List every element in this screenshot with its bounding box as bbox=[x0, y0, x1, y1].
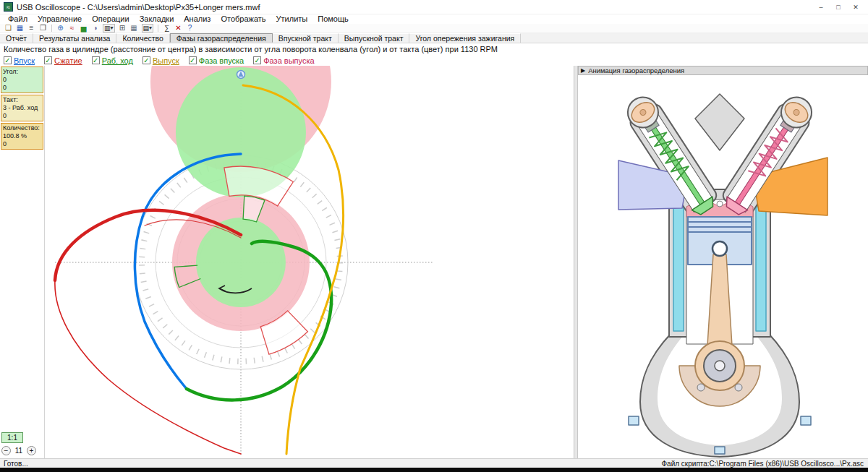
bottom-edge bbox=[0, 468, 868, 472]
chevron-down-icon: ▾ bbox=[149, 25, 152, 32]
toolbar-separator bbox=[51, 25, 52, 32]
tab-valve-timing[interactable]: Фазы газораспределения bbox=[170, 33, 273, 43]
tab-analysis-results[interactable]: Результаты анализа bbox=[33, 33, 116, 43]
checkbox-label-exhaust-phase: Фаза выпуска bbox=[263, 56, 314, 65]
coolant-jacket-left bbox=[673, 207, 684, 331]
menu-control[interactable]: Управление bbox=[33, 14, 87, 24]
phase-icon[interactable]: ◑ bbox=[90, 24, 101, 33]
checkbox-icon[interactable]: ✓ bbox=[4, 56, 12, 64]
chart-description: Количество газа в цилиндре (расстояние о… bbox=[0, 43, 868, 55]
checkbox-icon[interactable]: ✓ bbox=[142, 56, 150, 64]
tab-intake-tract[interactable]: Впускной тракт bbox=[273, 33, 339, 43]
head-center-wedge bbox=[695, 94, 744, 150]
checkbox-intake[interactable]: ✓ Впуск bbox=[4, 56, 35, 65]
crank-center bbox=[715, 361, 725, 371]
animation-panel: ▶ Анимация газораспределения bbox=[578, 66, 868, 458]
display-mode-dropdown[interactable]: ▥ ▾ bbox=[103, 24, 115, 33]
maximize-button[interactable]: □ bbox=[830, 1, 847, 13]
tab-ignition-advance[interactable]: Угол опережения зажигания bbox=[409, 33, 521, 43]
bar-chart-icon[interactable]: ▅ bbox=[78, 24, 89, 33]
angle-readout: Угол: 0 0 bbox=[1, 66, 43, 93]
checkbox-exhaust[interactable]: ✓ Выпуск bbox=[142, 56, 179, 65]
toolbar-separator bbox=[158, 25, 158, 32]
menu-utilities[interactable]: Утилиты bbox=[271, 14, 313, 24]
title-bar: ≈ USB Oscilloscope - C:\Users\admin\Desk… bbox=[0, 0, 868, 14]
menu-display[interactable]: Отображать bbox=[216, 14, 271, 24]
piston-pin bbox=[712, 241, 727, 256]
zoom-controls: − 11 + bbox=[1, 446, 43, 458]
checkbox-exhaust-phase[interactable]: ✓ Фаза выпуска bbox=[253, 56, 314, 65]
readout-spacer bbox=[1, 151, 43, 432]
quantity-label: Количество: bbox=[3, 124, 41, 132]
crank-bolt-right bbox=[735, 384, 742, 391]
zoom-in-button[interactable]: + bbox=[27, 446, 36, 455]
close-button[interactable]: ✕ bbox=[847, 1, 864, 13]
checkbox-label-exhaust: Выпуск bbox=[153, 56, 179, 65]
checkbox-compression[interactable]: ✓ Сжатие bbox=[44, 56, 82, 65]
save-icon[interactable]: ▦ bbox=[14, 24, 25, 33]
table-icon[interactable]: ▦ bbox=[129, 24, 140, 33]
checkbox-power[interactable]: ✓ Раб. ход bbox=[92, 56, 133, 65]
tab-exhaust-tract[interactable]: Выпускной тракт bbox=[339, 33, 410, 43]
engine-mount-left bbox=[629, 416, 639, 425]
menu-bookmarks[interactable]: Закладки bbox=[135, 14, 179, 24]
checkbox-icon[interactable]: ✓ bbox=[189, 56, 197, 64]
status-message: Готов... bbox=[0, 460, 28, 468]
minimize-button[interactable]: – bbox=[812, 1, 830, 13]
crank-bolt-left bbox=[697, 384, 705, 391]
checkbox-icon[interactable]: ✓ bbox=[92, 56, 100, 64]
stroke-label: Такт: bbox=[3, 96, 41, 104]
engine-animation bbox=[578, 75, 868, 458]
help-icon[interactable]: ? bbox=[184, 24, 195, 33]
quantity-value: 100.8 % bbox=[3, 132, 41, 140]
menu-analysis[interactable]: Анализ bbox=[179, 14, 216, 24]
tab-report[interactable]: Отчёт bbox=[0, 33, 33, 43]
window-title: USB Oscilloscope - C:\Users\admin\Deskto… bbox=[17, 3, 260, 12]
quantity-readout: Количество: 100.8 % 0 bbox=[1, 123, 43, 150]
valve-timing-polar-chart[interactable] bbox=[45, 66, 574, 458]
status-bar: Готов... Файл скрипта:C:\Program Files (… bbox=[0, 458, 868, 468]
checkbox-icon[interactable]: ✓ bbox=[44, 56, 52, 64]
checkbox-label-power: Раб. ход bbox=[102, 56, 133, 65]
checkbox-intake-phase[interactable]: ✓ Фаза впуска bbox=[189, 56, 244, 65]
report-icon[interactable]: ≡ bbox=[26, 24, 37, 33]
close-file-icon[interactable]: ✕ bbox=[173, 24, 184, 33]
tab-quantity[interactable]: Количество bbox=[116, 33, 169, 43]
stroke-readout: Такт: 3 - Раб. ход 0 bbox=[1, 95, 43, 121]
stroke-extra: 0 bbox=[3, 112, 41, 120]
coolant-jacket-right bbox=[756, 207, 766, 331]
angle-value: 0 bbox=[3, 76, 41, 84]
main-area: Угол: 0 0 Такт: 3 - Раб. ход 0 Количеств… bbox=[0, 66, 868, 458]
engine-animation-area bbox=[578, 75, 868, 460]
quantity-extra: 0 bbox=[3, 140, 41, 148]
view-mode-dropdown[interactable]: ▤ ▾ bbox=[142, 24, 154, 33]
animation-panel-header[interactable]: ▶ Анимация газораспределения bbox=[578, 66, 868, 75]
series-toggle-row: ✓ Впуск ✓ Сжатие ✓ Раб. ход ✓ Выпуск ✓ Ф… bbox=[0, 55, 868, 66]
tool-bar: ❏ ▦ ≡ ❐ ⊕ ≈ ▅ ◑ ▥ ▾ ⊞ ▦ ▤ ▾ ∑ ✕ ? bbox=[0, 24, 868, 33]
menu-file[interactable]: Файл bbox=[3, 14, 33, 24]
angle-marker[interactable] bbox=[237, 71, 245, 79]
script-file-path: Файл скрипта:C:\Program Files (x86)\USB … bbox=[662, 460, 868, 468]
play-icon[interactable]: ▶ bbox=[581, 66, 585, 75]
scale-indicator: 1:1 bbox=[1, 432, 23, 443]
copy-icon[interactable]: ❐ bbox=[38, 24, 48, 33]
checkbox-label-compression: Сжатие bbox=[54, 56, 82, 65]
grid-icon[interactable]: ⊞ bbox=[117, 24, 128, 33]
open-folder-icon[interactable]: ❏ bbox=[3, 24, 14, 33]
tab-bar: Отчёт Результаты анализа Количество Фазы… bbox=[0, 33, 868, 43]
stroke-value: 3 - Раб. ход bbox=[3, 104, 41, 112]
menu-operations[interactable]: Операции bbox=[87, 14, 134, 24]
menu-help[interactable]: Помощь bbox=[312, 14, 354, 24]
display-mode-icon: ▥ bbox=[104, 25, 111, 32]
window-controls: – □ ✕ bbox=[812, 1, 864, 13]
waveform-icon[interactable]: ≈ bbox=[67, 24, 77, 33]
checkbox-icon[interactable]: ✓ bbox=[253, 56, 261, 64]
checkbox-label-intake: Впуск bbox=[14, 56, 35, 65]
zoom-level: 11 bbox=[13, 447, 25, 455]
readout-column: Угол: 0 0 Такт: 3 - Раб. ход 0 Количеств… bbox=[0, 66, 45, 458]
zoom-out-button[interactable]: − bbox=[1, 446, 11, 455]
chevron-down-icon: ▾ bbox=[111, 25, 114, 32]
zoom-icon[interactable]: ⊕ bbox=[55, 24, 66, 33]
angle-label: Угол: bbox=[3, 68, 41, 76]
calc-icon[interactable]: ∑ bbox=[161, 24, 172, 33]
